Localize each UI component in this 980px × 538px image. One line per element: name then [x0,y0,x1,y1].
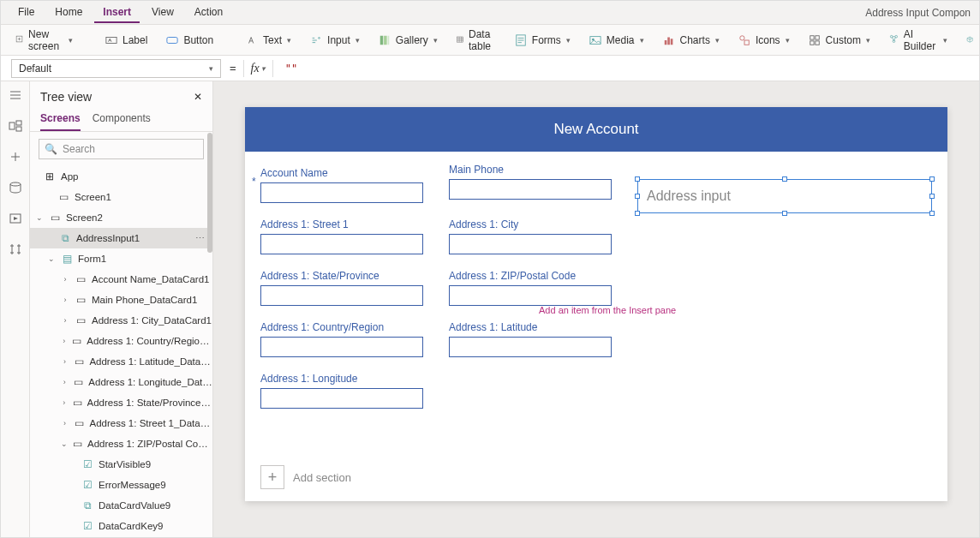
menu-insert[interactable]: Insert [94,3,140,23]
chevron-right-icon: › [61,337,67,345]
gallery-button[interactable]: Gallery ▾ [371,30,445,51]
tree-item-datacard[interactable]: ›▭Address 1: State/Province_DataCard1 [30,392,212,413]
main-phone-input[interactable] [449,179,612,200]
field-longitude[interactable]: Address 1: Longitude [260,373,423,409]
tree-item-control[interactable]: ☑StarVisible9 [30,454,212,475]
latitude-input[interactable] [449,337,612,357]
zip-input[interactable] [449,285,612,306]
longitude-input[interactable] [260,388,423,409]
tree-item-control[interactable]: ⧉DataCardValue9 [30,495,212,516]
button-button[interactable]: Button [158,30,221,51]
add-section-button[interactable]: + [260,465,284,489]
field-label: Main Phone [449,164,612,176]
close-icon[interactable]: ✕ [194,91,202,103]
aibuilder-icon [889,34,899,46]
svg-point-26 [10,182,21,186]
datacard-icon: ▭ [72,336,81,346]
tree-item-addressinput[interactable]: ⧉ AddressInput1 ⋯ [30,228,212,248]
tree-item-datacard[interactable]: ›▭Main Phone_DataCard1 [30,290,212,310]
tree-item-screen1[interactable]: ▭ Screen1 [30,187,212,207]
tree-item-datacard[interactable]: ›▭Address 1: Country/Region_DataCard1 [30,331,212,351]
tree-label: Address 1: Street 1_DataCard1 [89,418,212,428]
field-main-phone[interactable]: Main Phone [449,164,612,203]
resize-handle[interactable] [929,176,935,182]
app-icon: ⊞ [44,171,56,182]
media-icon[interactable] [9,212,22,225]
divider [272,60,273,77]
field-state[interactable]: Address 1: State/Province [260,270,423,306]
field-label: Address 1: Latitude [449,321,612,333]
field-latitude[interactable]: Address 1: Latitude [449,321,612,357]
hamburger-icon[interactable] [9,88,22,102]
tree-label: Address 1: Latitude_DataCard1 [89,356,212,367]
tab-screens[interactable]: Screens [40,109,81,131]
formula-input[interactable]: "" [280,63,971,75]
tree-item-canvas[interactable]: ⌄⊙Canvas1 [30,536,212,537]
tree-item-datacard[interactable]: ›▭Address 1: Street 1_DataCard1 [30,413,212,433]
tree-item-screen2[interactable]: ⌄ ▭ Screen2 [30,207,212,228]
tree-item-control[interactable]: ☑ErrorMessage9 [30,475,212,495]
fx-button[interactable]: fx ▾ [251,62,266,75]
tree-item-datacard[interactable]: ›▭Address 1: City_DataCard1 [30,310,212,331]
field-account-name[interactable]: * Account Name [260,164,423,203]
datacard-icon: ▭ [74,356,84,367]
forms-button[interactable]: Forms ▾ [507,30,578,51]
resize-handle[interactable] [782,176,787,182]
tree-item-control[interactable]: ☑DataCardKey9 [30,516,212,536]
charts-button[interactable]: Charts ▾ [655,30,727,51]
address-input-component[interactable]: Address input [637,179,932,213]
treeview-icon[interactable] [9,119,22,133]
menu-home[interactable]: Home [46,3,91,23]
resize-handle[interactable] [635,176,640,182]
text-button[interactable]: Text ▾ [238,30,299,51]
city-input[interactable] [449,234,612,254]
aibuilder-button[interactable]: AI Builder ▾ [881,24,955,57]
canvas-area[interactable]: New Account * Account Name Main Phone [213,81,979,537]
resize-handle[interactable] [929,194,935,199]
ribbon: New screen ▾ Label Button Text ▾ Input ▾… [1,25,979,56]
new-screen-button[interactable]: New screen ▾ [8,24,81,57]
svg-rect-17 [815,35,818,39]
search-input[interactable]: 🔍 Search [39,139,204,159]
input-button[interactable]: Input ▾ [302,30,368,51]
tools-icon[interactable] [9,242,22,256]
app-screen[interactable]: New Account * Account Name Main Phone [245,107,947,501]
tree-item-datacard[interactable]: ›▭Address 1: Longitude_DataCard1 [30,372,212,392]
tree-item-datacard[interactable]: ›▭Address 1: Latitude_DataCard1 [30,351,212,372]
insert-icon[interactable] [9,150,22,164]
tree-label: Address 1: State/Province_DataCard1 [87,398,212,408]
chevron-right-icon: › [61,316,69,325]
resize-handle[interactable] [635,194,640,199]
more-icon[interactable]: ⋯ [195,233,206,244]
data-icon[interactable] [9,181,22,194]
icons-button[interactable]: Icons ▾ [731,30,798,51]
resize-handle[interactable] [782,211,787,216]
field-street[interactable]: Address 1: Street 1 [260,218,423,254]
custom-button[interactable]: Custom ▾ [801,30,878,51]
tab-components[interactable]: Components [93,109,151,131]
tree-item-datacard[interactable]: ⌄▭Address 1: ZIP/Postal Code_DataCard1 [30,433,212,454]
field-city[interactable]: Address 1: City [449,218,612,254]
datatable-icon [457,34,463,46]
resize-handle[interactable] [635,211,640,216]
tree-item-datacard[interactable]: ›▭Account Name_DataCard1 [30,269,212,290]
street-input[interactable] [260,234,423,254]
input-icon [310,34,322,46]
resize-handle[interactable] [929,211,935,216]
country-input[interactable] [260,337,423,357]
menu-view[interactable]: View [143,3,182,23]
label-button[interactable]: Label [98,30,155,51]
menu-action[interactable]: Action [186,3,231,23]
datatable-button[interactable]: Data table [449,24,504,57]
svg-rect-7 [457,37,463,42]
field-zip[interactable]: Address 1: ZIP/Postal Code [449,270,612,306]
field-country[interactable]: Address 1: Country/Region [260,321,423,357]
state-input[interactable] [260,285,423,306]
property-selector[interactable]: Default ▾ [11,59,221,78]
scrollbar[interactable] [207,133,212,253]
tree-item-app[interactable]: ⊞ App [30,166,212,187]
mixedreality-button[interactable]: Mixed Reality ▾ [959,24,980,57]
media-button[interactable]: Media ▾ [582,30,652,51]
menu-file[interactable]: File [9,3,43,23]
tree-item-form1[interactable]: ⌄ ▤ Form1 [30,248,212,269]
